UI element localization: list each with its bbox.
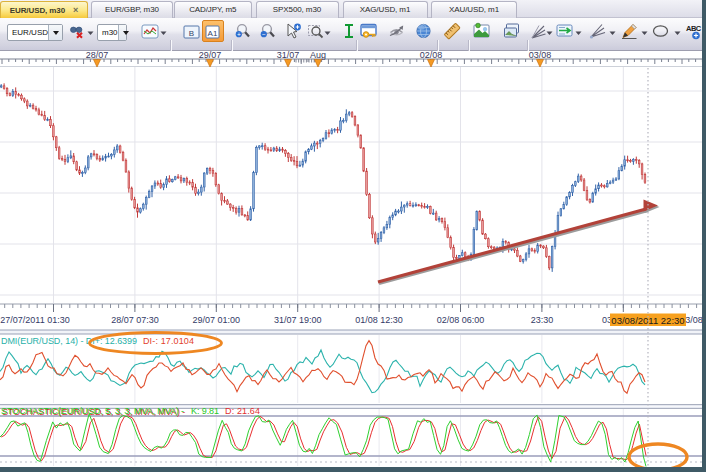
svg-text:01/08 12:30: 01/08 12:30 xyxy=(355,315,403,325)
svg-text:−: − xyxy=(262,31,266,38)
svg-text:Aug: Aug xyxy=(310,51,326,60)
svg-text:+: + xyxy=(237,31,241,38)
svg-text:B: B xyxy=(189,29,194,38)
svg-text:K: 9.81: K: 9.81 xyxy=(191,406,219,416)
svg-text:ABC: ABC xyxy=(686,24,702,33)
svg-text:02/08 06:00: 02/08 06:00 xyxy=(437,315,485,325)
svg-text:29/07 01:00: 29/07 01:00 xyxy=(193,315,241,325)
svg-text:27/07/2011 01:30: 27/07/2011 01:30 xyxy=(0,315,69,325)
svg-text:DI-: 17.0104: DI-: 17.0104 xyxy=(143,336,194,346)
svg-text:31/07: 31/07 xyxy=(277,51,300,60)
svg-text:DMI(EUR/USD, 14) - DI+: 12.639: DMI(EUR/USD, 14) - DI+: 12.6399 xyxy=(1,336,137,346)
svg-text:23:30: 23:30 xyxy=(531,315,554,325)
svg-text:STOCHASTIC(EUR/USD, 5, 3, 3, M: STOCHASTIC(EUR/USD, 5, 3, 3, MVA, MVA) - xyxy=(1,406,184,416)
svg-text:28/07 07:30: 28/07 07:30 xyxy=(111,315,159,325)
svg-text:D: 21.64: D: 21.64 xyxy=(225,406,260,416)
svg-text:31/07 19:00: 31/07 19:00 xyxy=(274,315,322,325)
svg-text:02/08: 02/08 xyxy=(420,51,443,60)
svg-text:29/07: 29/07 xyxy=(199,51,222,60)
svg-text:03/08: 03/08 xyxy=(529,51,552,60)
svg-text:A1: A1 xyxy=(208,29,218,38)
svg-text:3/08: 3/08 xyxy=(685,315,703,325)
svg-text:28/07: 28/07 xyxy=(86,51,109,60)
